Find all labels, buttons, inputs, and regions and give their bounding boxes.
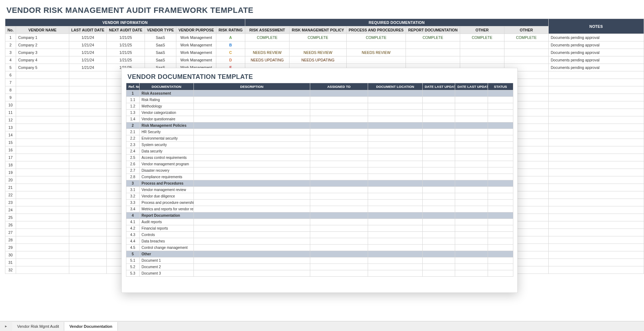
cell-empty[interactable] bbox=[69, 259, 107, 266]
cell-empty[interactable] bbox=[194, 206, 310, 212]
cell-empty[interactable] bbox=[455, 219, 488, 225]
cell-no[interactable]: 14 bbox=[5, 131, 16, 139]
cell-empty[interactable] bbox=[455, 270, 488, 277]
cell-doc-status[interactable] bbox=[504, 41, 548, 49]
cell-empty[interactable] bbox=[16, 266, 69, 274]
doc-section-row[interactable]: 3Process and Procedures bbox=[126, 180, 513, 187]
cell-empty[interactable] bbox=[69, 101, 107, 109]
cell-no[interactable]: 6 bbox=[5, 71, 16, 79]
cell-empty[interactable] bbox=[368, 161, 423, 167]
cell-doc-status[interactable] bbox=[406, 56, 460, 64]
cell-empty[interactable] bbox=[16, 86, 69, 94]
cell-next-audit[interactable]: 1/21/25 bbox=[107, 41, 145, 49]
cell-empty[interactable] bbox=[548, 176, 644, 184]
cell-empty[interactable] bbox=[455, 200, 488, 206]
cell-empty[interactable] bbox=[194, 257, 310, 264]
cell-risk-rating[interactable]: B bbox=[216, 41, 245, 49]
cell-doc-status[interactable] bbox=[346, 56, 406, 64]
cell-empty[interactable] bbox=[368, 142, 423, 148]
cell-empty[interactable] bbox=[548, 109, 644, 116]
cell-no[interactable]: 23 bbox=[5, 199, 16, 206]
cell-empty[interactable] bbox=[194, 232, 310, 238]
cell-empty[interactable] bbox=[368, 122, 423, 129]
cell-empty[interactable] bbox=[194, 155, 310, 161]
cell-empty[interactable] bbox=[488, 155, 513, 161]
doc-section-row[interactable]: 5Other bbox=[126, 251, 513, 257]
cell-empty[interactable] bbox=[548, 221, 644, 229]
cell-empty[interactable] bbox=[310, 142, 368, 148]
cell-empty[interactable] bbox=[455, 180, 488, 187]
cell-no[interactable]: 8 bbox=[5, 86, 16, 94]
cell-empty[interactable] bbox=[194, 238, 310, 245]
cell-empty[interactable] bbox=[16, 184, 69, 191]
cell-doc-status[interactable] bbox=[504, 56, 548, 64]
cell-empty[interactable] bbox=[455, 193, 488, 200]
dcol-assigned[interactable]: ASSIGNED TO bbox=[310, 83, 368, 90]
doc-section-row[interactable]: 4Report Documentation bbox=[126, 212, 513, 219]
cell-empty[interactable] bbox=[455, 161, 488, 167]
cell-ref[interactable]: 1.1 bbox=[126, 97, 140, 103]
cell-empty[interactable] bbox=[422, 122, 455, 129]
cell-empty[interactable] bbox=[422, 264, 455, 270]
cell-empty[interactable] bbox=[194, 142, 310, 148]
cell-empty[interactable] bbox=[422, 270, 455, 277]
cell-empty[interactable] bbox=[488, 212, 513, 219]
cell-empty[interactable] bbox=[488, 167, 513, 174]
col-next-audit[interactable]: NEXT AUDIT DATE bbox=[107, 26, 145, 34]
cell-empty[interactable] bbox=[368, 245, 423, 251]
cell-empty[interactable] bbox=[310, 225, 368, 232]
cell-empty[interactable] bbox=[194, 90, 310, 97]
tab-nav-prev-icon[interactable]: ▸ bbox=[0, 324, 12, 329]
cell-empty[interactable] bbox=[548, 146, 644, 154]
doc-row[interactable]: 4.5Control change management bbox=[126, 245, 513, 251]
cell-doc-status[interactable]: NEEDS REVIEW bbox=[346, 49, 406, 56]
cell-vendor-purpose[interactable]: Work Management bbox=[176, 56, 216, 64]
cell-notes[interactable]: Documents pending approval bbox=[548, 56, 644, 64]
cell-risk-rating[interactable]: A bbox=[216, 34, 245, 41]
dcol-doc[interactable]: DOCUMENTATION bbox=[139, 83, 194, 90]
cell-last-audit[interactable]: 1/21/24 bbox=[69, 41, 107, 49]
cell-doc-status[interactable]: IN PROGRESS bbox=[406, 41, 460, 49]
cell-empty[interactable] bbox=[310, 155, 368, 161]
cell-empty[interactable] bbox=[194, 167, 310, 174]
cell-empty[interactable] bbox=[488, 257, 513, 264]
cell-empty[interactable] bbox=[455, 245, 488, 251]
cell-ref[interactable]: 3.3 bbox=[126, 200, 140, 206]
cell-empty[interactable] bbox=[368, 180, 423, 187]
cell-documentation[interactable]: Audit reports bbox=[139, 219, 194, 225]
cell-last-audit[interactable]: 1/21/24 bbox=[69, 56, 107, 64]
cell-doc-status[interactable]: COMPLETE bbox=[406, 34, 460, 41]
cell-ref[interactable]: 3.1 bbox=[126, 187, 140, 193]
cell-ref[interactable]: 3.4 bbox=[126, 206, 140, 212]
cell-empty[interactable] bbox=[455, 167, 488, 174]
cell-vendor-name[interactable]: Company 2 bbox=[16, 41, 69, 49]
cell-empty[interactable] bbox=[194, 225, 310, 232]
cell-empty[interactable] bbox=[488, 180, 513, 187]
cell-empty[interactable] bbox=[310, 110, 368, 116]
doc-row[interactable]: 4.1Audit reports bbox=[126, 219, 513, 225]
cell-doc-status[interactable]: COMPLETE bbox=[460, 34, 504, 41]
cell-empty[interactable] bbox=[548, 139, 644, 146]
cell-empty[interactable] bbox=[548, 169, 644, 176]
cell-last-audit[interactable]: 1/21/24 bbox=[69, 34, 107, 41]
cell-empty[interactable] bbox=[69, 161, 107, 169]
doc-row[interactable]: 5.1Document 1 bbox=[126, 257, 513, 264]
cell-empty[interactable] bbox=[16, 176, 69, 184]
cell-no[interactable]: 4 bbox=[5, 56, 16, 64]
cell-empty[interactable] bbox=[368, 90, 423, 97]
cell-empty[interactable] bbox=[422, 167, 455, 174]
doc-row[interactable]: 2.3System security bbox=[126, 142, 513, 148]
cell-empty[interactable] bbox=[310, 180, 368, 187]
cell-empty[interactable] bbox=[69, 244, 107, 251]
cell-empty[interactable] bbox=[16, 146, 69, 154]
col-vendor-purpose[interactable]: VENDOR PURPOSE bbox=[176, 26, 216, 34]
cell-ref[interactable]: 1.3 bbox=[126, 110, 140, 116]
cell-documentation[interactable]: Risk Management Policies bbox=[139, 122, 194, 129]
cell-empty[interactable] bbox=[194, 148, 310, 155]
cell-empty[interactable] bbox=[368, 187, 423, 193]
cell-doc-status[interactable]: COMPLETE bbox=[504, 34, 548, 41]
cell-vendor-type[interactable]: SaaS bbox=[145, 49, 176, 56]
cell-empty[interactable] bbox=[422, 103, 455, 110]
cell-empty[interactable] bbox=[16, 94, 69, 101]
cell-empty[interactable] bbox=[310, 270, 368, 277]
